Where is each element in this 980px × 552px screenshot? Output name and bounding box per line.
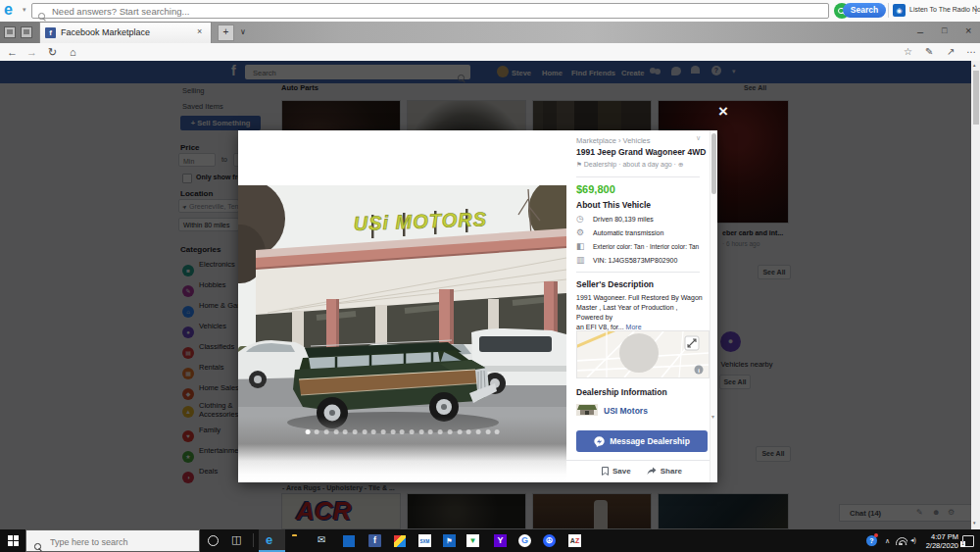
taskbar-yahoo-icon[interactable]: Y (494, 534, 507, 547)
speaker-icon[interactable]: ◂) (910, 536, 916, 544)
carousel-dots (305, 429, 500, 434)
carousel-dot[interactable] (400, 429, 405, 434)
cortana-icon[interactable] (208, 535, 219, 546)
modal-close-icon[interactable]: × (718, 103, 728, 120)
maximize-button[interactable]: □ (942, 25, 947, 35)
share-icon[interactable]: ↗ (947, 46, 955, 57)
scroll-down-icon[interactable]: ▾ (973, 520, 976, 526)
carousel-dot[interactable] (457, 429, 462, 434)
message-dealership-button[interactable]: Message Dealership (576, 430, 708, 452)
taskbar-sxm-icon[interactable]: SXM (418, 534, 431, 547)
dealer-name-link[interactable]: USI Motors (604, 406, 648, 416)
network-wifi-icon[interactable] (896, 536, 907, 545)
start-button[interactable] (8, 535, 19, 546)
carousel-dot[interactable] (410, 429, 415, 434)
tab-list-caret-icon[interactable]: ∨ (240, 27, 246, 36)
taskbar-peace-icon[interactable]: ☮ (543, 534, 556, 547)
radio-label[interactable]: Listen To The Radio Now (909, 6, 980, 13)
more-link[interactable]: More (626, 324, 642, 330)
new-tab-button[interactable]: + (218, 25, 234, 41)
description-text: 1991 Wagoneer. Full Restored By Wagon Ma… (576, 293, 704, 332)
share-arrow-icon (647, 467, 657, 476)
taskbar-edge-icon[interactable]: e (266, 532, 272, 547)
taskbar-flag-icon[interactable]: ⚑ (443, 534, 456, 547)
tab-facebook-marketplace[interactable]: f Facebook Marketplace × (39, 22, 212, 43)
breadcrumb-caret-icon[interactable]: ∨ (696, 134, 701, 142)
dealer-logo[interactable] (576, 404, 598, 416)
carousel-dot[interactable] (390, 429, 395, 434)
taskbar-facebook-icon[interactable]: f (368, 534, 381, 547)
taskbar-search-input[interactable] (48, 534, 197, 549)
minimize-button[interactable]: – (917, 25, 923, 37)
carousel-dot[interactable] (438, 429, 443, 434)
carousel-dot[interactable] (353, 429, 358, 434)
taskbar-green-diamond-icon[interactable]: ▼ (466, 534, 479, 547)
taskbar-store-bag-icon[interactable] (394, 535, 406, 547)
spec-vin: VIN: 1J4GS5873MP802900 (593, 257, 677, 264)
logo-dropdown-icon[interactable]: ▾ (23, 6, 26, 14)
carousel-dot[interactable] (362, 429, 367, 434)
panel-scrollbar-thumb[interactable] (711, 133, 716, 194)
toolbar-window-icon[interactable] (4, 26, 16, 38)
search-icon (38, 13, 46, 21)
carousel-dot[interactable] (371, 429, 376, 434)
map-info-icon[interactable]: i (695, 366, 704, 375)
location-map[interactable]: i (576, 330, 710, 378)
transmission-icon: ⚙ (576, 227, 584, 237)
taskbar-blue-app-icon[interactable] (343, 535, 355, 547)
close-window-button[interactable]: × (965, 25, 971, 36)
settings-more-icon[interactable]: … (966, 44, 976, 55)
tray-chevron-icon[interactable]: ∧ (885, 537, 890, 545)
carousel-dot[interactable] (428, 429, 433, 434)
carousel-dot[interactable] (466, 429, 471, 434)
description-heading: Seller's Description (576, 279, 654, 289)
carousel-dot[interactable] (333, 429, 338, 434)
about-heading: About This Vehicle (576, 200, 651, 210)
panel-scrollbar[interactable]: ▾ (710, 130, 717, 482)
edge-logo-icon[interactable]: e (4, 1, 13, 19)
map-expand-icon[interactable] (685, 336, 699, 350)
toolbar-window-icon-2[interactable] (21, 26, 32, 38)
vehicle-photo[interactable]: USi MOTORS (238, 185, 566, 444)
taskbar-mail-icon[interactable]: ✉ (318, 534, 325, 545)
toolbar-search-button[interactable]: Search (843, 3, 886, 18)
clock-time: 4:07 PM (919, 532, 958, 542)
carousel-dot[interactable] (315, 429, 319, 434)
carousel-dot[interactable] (447, 429, 452, 434)
toolbar-search-box[interactable] (31, 3, 829, 19)
browser-scrollbar[interactable]: ▴ ▾ (971, 61, 980, 529)
panel-scroll-down-icon[interactable]: ▾ (711, 413, 714, 420)
carousel-dot[interactable] (418, 429, 423, 434)
taskbar-az-icon[interactable]: AZ (568, 534, 581, 547)
carousel-dot[interactable] (485, 429, 490, 434)
tab-close-icon[interactable]: × (197, 26, 202, 36)
forward-button[interactable]: → (26, 43, 37, 61)
back-button[interactable]: ← (7, 43, 18, 61)
breadcrumb[interactable]: Marketplace › Vehicles (576, 136, 650, 145)
carousel-dot[interactable] (495, 429, 500, 434)
taskbar-search-box[interactable] (25, 529, 200, 552)
toolbar-menu-icon[interactable]: ⋮ (971, 4, 980, 15)
carousel-dot[interactable] (476, 429, 481, 434)
carousel-dot[interactable] (381, 429, 386, 434)
web-note-pen-icon[interactable]: ✎ (925, 46, 933, 57)
task-view-icon[interactable]: ◫ (231, 533, 241, 546)
tray-clock[interactable]: 4:07 PM 2/28/2020 (919, 532, 958, 551)
messenger-icon (594, 436, 605, 447)
save-button[interactable]: Save (602, 467, 631, 476)
scroll-up-icon[interactable]: ▴ (973, 62, 976, 68)
price: $69,800 (576, 183, 615, 195)
scrollbar-thumb[interactable] (973, 71, 979, 125)
toolbar-search-input[interactable] (50, 4, 818, 18)
hub-icon[interactable]: ☆ (904, 46, 912, 57)
refresh-button[interactable]: ↻ (48, 43, 57, 61)
spec-transmission: Automatic transmission (593, 229, 663, 236)
taskbar-google-icon[interactable]: G (518, 534, 531, 547)
divider (576, 176, 700, 177)
home-button[interactable]: ⌂ (70, 43, 76, 61)
radio-icon[interactable]: ◉ (893, 4, 906, 17)
carousel-dot[interactable] (305, 429, 310, 434)
carousel-dot[interactable] (343, 429, 348, 434)
carousel-dot[interactable] (324, 429, 329, 434)
share-button[interactable]: Share (647, 467, 682, 476)
